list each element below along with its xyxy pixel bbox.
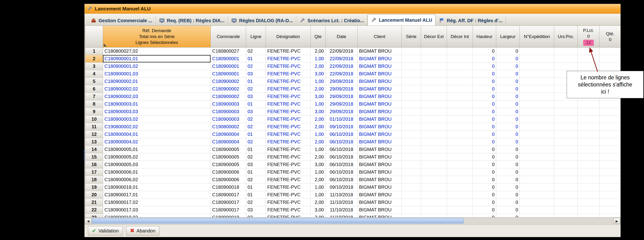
table-row[interactable]: 13C180900004,02C18090000402FENETRE-PVC2,… bbox=[85, 138, 620, 146]
column-header-largeur[interactable]: Largeur bbox=[496, 26, 520, 48]
cell-uni[interactable] bbox=[554, 115, 578, 123]
cell-qte[interactable]: 2,00 bbox=[311, 48, 326, 55]
cell-uni[interactable] bbox=[554, 168, 578, 176]
cell-ligne[interactable]: 03 bbox=[246, 108, 266, 115]
cell-client[interactable]: BIGMAT BROU bbox=[358, 123, 402, 131]
cell-serie[interactable] bbox=[402, 108, 421, 115]
cell-qte2[interactable] bbox=[600, 100, 620, 108]
cell-desig[interactable]: FENETRE-PVC bbox=[266, 153, 311, 161]
cell-cmd[interactable]: C180900017 bbox=[211, 191, 246, 199]
cell-desig[interactable]: FENETRE-PVC bbox=[266, 206, 311, 214]
cell-dext[interactable] bbox=[421, 184, 447, 191]
cell-serie[interactable] bbox=[402, 184, 421, 191]
cell-dint[interactable] bbox=[447, 78, 473, 85]
cell-dext[interactable] bbox=[421, 214, 447, 217]
cell-desig[interactable]: FENETRE-PVC bbox=[266, 115, 311, 123]
cell-serie[interactable] bbox=[402, 176, 421, 184]
cell-larg[interactable]: 0 bbox=[496, 55, 520, 63]
cell-ligne[interactable]: 03 bbox=[246, 70, 266, 78]
cell-plct[interactable] bbox=[578, 191, 600, 199]
cell-uni[interactable] bbox=[554, 55, 578, 63]
cell-cmd[interactable]: C180900001 bbox=[211, 70, 246, 78]
cell-date[interactable]: 01/10/2018 bbox=[326, 115, 358, 123]
cell-date[interactable]: 06/10/2018 bbox=[326, 168, 358, 176]
cell-dint[interactable] bbox=[447, 168, 473, 176]
cell-serie[interactable] bbox=[402, 214, 421, 217]
cell-serie[interactable] bbox=[402, 63, 421, 70]
cell-dext[interactable] bbox=[421, 63, 447, 70]
cell-dint[interactable] bbox=[447, 85, 473, 93]
row-number[interactable]: 2 bbox=[85, 55, 103, 63]
cell-exp[interactable] bbox=[520, 176, 554, 184]
cell-ligne[interactable]: 01 bbox=[246, 168, 266, 176]
cell-qte2[interactable] bbox=[600, 191, 620, 199]
table-row[interactable]: 21C180900017,02C18090001702FENETRE-PVC2,… bbox=[85, 199, 620, 206]
cell-haut[interactable]: 0 bbox=[473, 153, 496, 161]
scrollbar-thumb[interactable] bbox=[92, 218, 464, 223]
cell-desig[interactable]: FENETRE-PVC bbox=[266, 78, 311, 85]
tab-regles-dialog[interactable]: Règles DIALOG (RA-D... bbox=[228, 16, 296, 26]
cell-haut[interactable]: 0 bbox=[473, 70, 496, 78]
cell-uni[interactable] bbox=[554, 63, 578, 70]
cell-dext[interactable] bbox=[421, 93, 447, 100]
cell-ref[interactable]: C180900017,01 bbox=[103, 191, 211, 199]
cell-ligne[interactable]: 01 bbox=[246, 100, 266, 108]
cell-dint[interactable] bbox=[447, 184, 473, 191]
cell-uni[interactable] bbox=[554, 100, 578, 108]
cell-larg[interactable]: 0 bbox=[496, 93, 520, 100]
tab-req-reb[interactable]: Req. (REB) : Règles DIA... bbox=[156, 16, 228, 26]
cell-dext[interactable] bbox=[421, 176, 447, 184]
cell-ligne[interactable]: 02 bbox=[246, 123, 266, 131]
cell-exp[interactable] bbox=[520, 138, 554, 146]
row-number[interactable]: 8 bbox=[85, 100, 103, 108]
cell-dext[interactable] bbox=[421, 48, 447, 55]
column-header-ref-demande[interactable]: Réf. Demande Total mis en Série Lignes S… bbox=[103, 26, 211, 48]
cell-qte[interactable]: 3,00 bbox=[311, 93, 326, 100]
column-header-ligne[interactable]: Ligne bbox=[246, 26, 266, 48]
cell-cmd[interactable]: C180900005 bbox=[211, 161, 246, 168]
cell-qte2[interactable] bbox=[600, 153, 620, 161]
cell-desig[interactable]: FENETRE-PVC bbox=[266, 93, 311, 100]
cell-qte2[interactable] bbox=[600, 168, 620, 176]
cell-dext[interactable] bbox=[421, 100, 447, 108]
column-header-decor-ext[interactable]: Décor Ext bbox=[421, 26, 447, 48]
cell-client[interactable]: BIGMAT BROU bbox=[358, 131, 402, 138]
cell-client[interactable]: BIGMAT BROU bbox=[358, 161, 402, 168]
cell-larg[interactable]: 0 bbox=[496, 146, 520, 153]
cell-cmd[interactable]: C180900003 bbox=[211, 115, 246, 123]
cell-ref[interactable]: C180900002,01 bbox=[103, 78, 211, 85]
cell-client[interactable]: BIGMAT BROU bbox=[358, 48, 402, 55]
cell-exp[interactable] bbox=[520, 85, 554, 93]
cell-plct[interactable] bbox=[578, 115, 600, 123]
cell-haut[interactable]: 0 bbox=[473, 191, 496, 199]
cell-cmd[interactable]: C190800002 bbox=[211, 123, 246, 131]
cell-client[interactable]: BIGMAT BROU bbox=[358, 63, 402, 70]
cell-dext[interactable] bbox=[421, 146, 447, 153]
row-number[interactable]: 18 bbox=[85, 176, 103, 184]
cell-haut[interactable]: 0 bbox=[473, 168, 496, 176]
row-number[interactable]: 5 bbox=[85, 78, 103, 85]
cell-qte[interactable]: 1,00 bbox=[311, 184, 326, 191]
cell-haut[interactable]: 0 bbox=[473, 184, 496, 191]
cell-exp[interactable] bbox=[520, 48, 554, 55]
cell-date[interactable]: 06/10/2018 bbox=[326, 138, 358, 146]
cell-qte[interactable]: 1,00 bbox=[311, 131, 326, 138]
cell-plct[interactable] bbox=[578, 146, 600, 153]
cell-ref[interactable]: C180900017,02 bbox=[103, 199, 211, 206]
row-number[interactable]: 20 bbox=[85, 191, 103, 199]
cell-haut[interactable]: 0 bbox=[473, 161, 496, 168]
cell-dext[interactable] bbox=[421, 199, 447, 206]
cell-dext[interactable] bbox=[421, 85, 447, 93]
cell-ligne[interactable]: 02 bbox=[246, 138, 266, 146]
cell-ligne[interactable]: 01 bbox=[246, 184, 266, 191]
tab-scenarios-lct[interactable]: Scénarios Lct. : Créatio... bbox=[296, 16, 368, 26]
row-number[interactable]: 10 bbox=[85, 115, 103, 123]
cell-client[interactable]: BIGMAT BROU bbox=[358, 146, 402, 153]
column-header-serie[interactable]: Série bbox=[402, 26, 421, 48]
cell-uni[interactable] bbox=[554, 184, 578, 191]
cell-desig[interactable]: FENETRE-PVC bbox=[266, 108, 311, 115]
cell-client[interactable]: BIGMAT BROU bbox=[358, 153, 402, 161]
table-row[interactable]: 10C180900003,02C18090000302FENETRE-PVC2,… bbox=[85, 115, 620, 123]
cell-dint[interactable] bbox=[447, 108, 473, 115]
row-number[interactable]: 21 bbox=[85, 199, 103, 206]
